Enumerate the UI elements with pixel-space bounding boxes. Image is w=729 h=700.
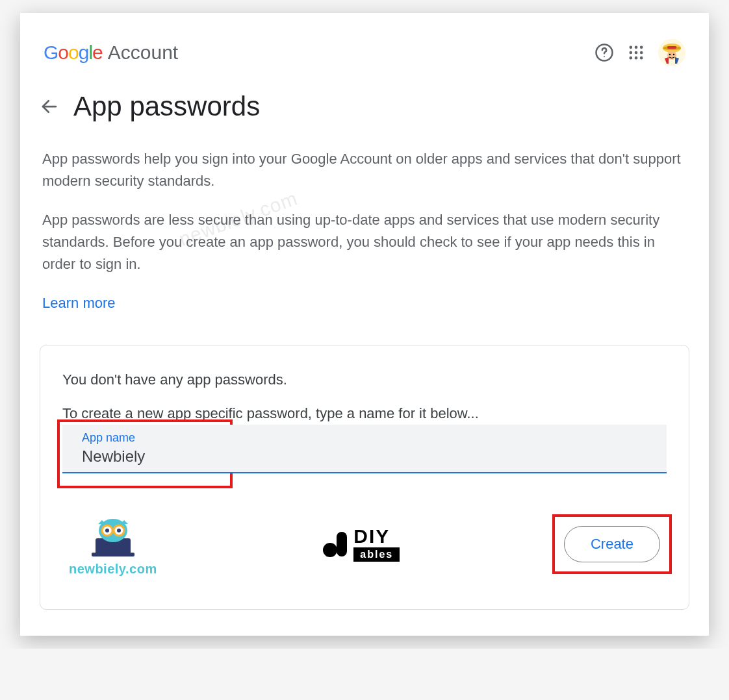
footer-row: newbiely.com DIY ables Create	[62, 512, 667, 577]
svg-point-29	[323, 543, 337, 557]
app-passwords-page: newbiely.com Google Account	[20, 13, 709, 636]
diy-bottom-label: ables	[353, 547, 400, 562]
title-row: App passwords	[40, 84, 689, 148]
description: App passwords help you sign into your Go…	[40, 148, 689, 315]
svg-point-5	[630, 51, 633, 55]
svg-point-8	[630, 56, 633, 60]
instruction-text: To create a new app specific password, t…	[62, 405, 667, 422]
svg-rect-20	[92, 553, 134, 556]
back-arrow-icon[interactable]	[40, 97, 59, 116]
svg-point-25	[117, 529, 121, 532]
account-label: Account	[108, 42, 178, 64]
svg-point-16	[669, 54, 671, 55]
page-title: App passwords	[73, 91, 260, 122]
google-account-logo: Google Account	[44, 42, 178, 64]
help-icon[interactable]	[595, 43, 614, 62]
svg-point-9	[635, 56, 638, 60]
svg-rect-28	[337, 532, 347, 556]
svg-point-3	[635, 46, 638, 49]
app-name-label: App name	[79, 431, 656, 445]
svg-point-17	[673, 54, 674, 55]
header-actions	[595, 39, 685, 66]
app-passwords-card: You don't have any app passwords. To cre…	[40, 345, 689, 610]
svg-point-6	[635, 51, 638, 55]
newbiely-label: newbiely.com	[69, 562, 157, 577]
svg-rect-14	[667, 46, 676, 49]
create-button-wrap: Create	[564, 526, 660, 562]
paragraph-1: App passwords help you sign into your Go…	[42, 148, 687, 192]
svg-point-2	[630, 46, 633, 49]
svg-point-4	[640, 46, 643, 49]
newbiely-logo: newbiely.com	[69, 512, 157, 577]
app-name-field-wrap: App name	[62, 425, 667, 473]
svg-point-1	[604, 56, 605, 57]
create-button[interactable]: Create	[564, 526, 660, 562]
no-passwords-text: You don't have any app passwords.	[62, 371, 667, 388]
diyables-logo: DIY ables	[321, 527, 400, 562]
paragraph-2: App passwords are less secure than using…	[42, 209, 687, 275]
diy-top-label: DIY	[353, 527, 390, 546]
learn-more-link[interactable]: Learn more	[42, 292, 116, 314]
app-name-field[interactable]: App name	[62, 425, 667, 473]
header: Google Account	[40, 32, 689, 84]
svg-point-7	[640, 51, 643, 55]
apps-grid-icon[interactable]	[627, 44, 645, 62]
svg-point-24	[105, 529, 109, 532]
svg-point-10	[640, 56, 643, 60]
avatar[interactable]	[658, 39, 685, 66]
app-name-input[interactable]	[79, 446, 656, 467]
google-logo: Google	[44, 42, 103, 64]
